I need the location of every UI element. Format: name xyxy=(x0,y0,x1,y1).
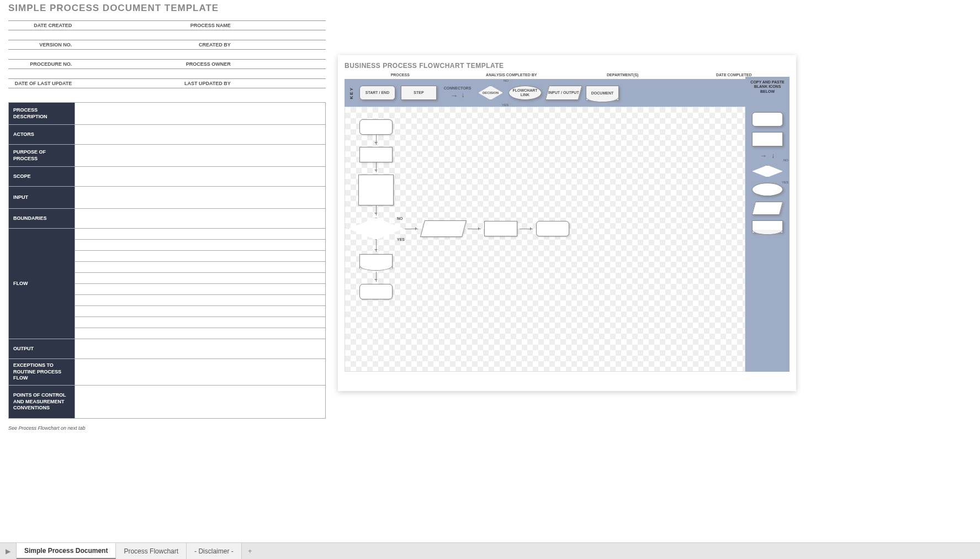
tab-process-flowchart[interactable]: Process Flowchart xyxy=(116,543,187,559)
key-document-shape: DOCUMENT xyxy=(586,86,619,100)
canvas-h-arrow-2 xyxy=(468,229,481,229)
canvas-process-large[interactable] xyxy=(358,175,394,205)
decision-no-label: NO xyxy=(504,79,508,82)
field-date-last-update[interactable] xyxy=(74,79,167,88)
label-process-name: PROCESS NAME xyxy=(167,21,233,30)
canvas-h-arrow-1 xyxy=(405,229,418,229)
field-flow-3[interactable] xyxy=(75,251,326,262)
field-boundaries[interactable] xyxy=(75,209,326,229)
tab-disclaimer[interactable]: - Disclaimer - xyxy=(187,543,242,559)
field-date-created[interactable] xyxy=(74,21,167,30)
tab-add-button[interactable]: + xyxy=(242,543,258,559)
row-actors: ACTORS xyxy=(9,125,75,145)
doc-title: SIMPLE PROCESS DOCUMENT TEMPLATE xyxy=(8,3,326,14)
doc-body-table: PROCESS DESCRIPTION ACTORS PURPOSE OF PR… xyxy=(8,102,326,419)
canvas-process-2[interactable] xyxy=(484,221,517,236)
canvas-arrow-4 xyxy=(376,240,377,252)
field-created-by[interactable] xyxy=(233,40,326,50)
row-process-description: PROCESS DESCRIPTION xyxy=(9,103,75,125)
label-created-by: CREATED BY xyxy=(167,40,233,50)
key-decision-wrap: NO DECISION YES xyxy=(478,86,503,100)
flowchart-canvas[interactable]: NO YES xyxy=(345,107,745,372)
flow-hdr-date-completed: DATE COMPLETED xyxy=(679,73,790,77)
field-flow-2[interactable] xyxy=(75,240,326,251)
palette-connectors[interactable]: → ↓ xyxy=(760,152,775,160)
field-points[interactable] xyxy=(75,386,326,419)
field-flow-6[interactable] xyxy=(75,284,326,295)
field-process-description[interactable] xyxy=(75,103,326,125)
arrow-right-icon xyxy=(451,91,458,100)
palette-ellipse[interactable] xyxy=(752,183,783,196)
label-date-last-update: DATE OF LAST UPDATE xyxy=(8,79,74,88)
field-actors[interactable] xyxy=(75,125,326,145)
flowchart-title: BUSINESS PROCESS FLOWCHART TEMPLATE xyxy=(345,62,790,70)
canvas-process-1[interactable] xyxy=(359,147,393,162)
field-purpose[interactable] xyxy=(75,145,326,167)
canvas-arrow-1 xyxy=(376,135,377,145)
flowchart-header: PROCESS ANALYSIS COMPLETED BY DEPARTMENT… xyxy=(345,73,790,77)
palette-process[interactable] xyxy=(752,132,783,146)
tab-simple-process-document[interactable]: Simple Process Document xyxy=(17,543,116,559)
canvas-document[interactable] xyxy=(359,254,393,268)
field-scope[interactable] xyxy=(75,167,326,187)
canvas-yes-label: YES xyxy=(397,238,405,241)
field-procedure-no[interactable] xyxy=(74,60,167,69)
palette-arrow-right-icon: → xyxy=(760,152,767,160)
field-exceptions[interactable] xyxy=(75,359,326,386)
flowchart-panel: BUSINESS PROCESS FLOWCHART TEMPLATE PROC… xyxy=(338,55,796,391)
canvas-parallelogram[interactable] xyxy=(420,220,467,237)
field-flow-8[interactable] xyxy=(75,306,326,317)
palette-document[interactable] xyxy=(752,220,783,233)
key-decision-shape: DECISION xyxy=(478,86,503,100)
field-version-no[interactable] xyxy=(74,40,167,50)
palette-decision-wrap[interactable]: NO YES xyxy=(752,165,783,177)
canvas-decision[interactable] xyxy=(348,218,404,240)
row-points: POINTS OF CONTROL AND MEASUREMENT CONVEN… xyxy=(9,386,75,419)
flow-hdr-process: PROCESS xyxy=(345,73,456,77)
field-flow-4[interactable] xyxy=(75,262,326,273)
canvas-terminator-3[interactable] xyxy=(536,221,569,236)
key-start-end-shape: START / END xyxy=(359,86,395,100)
field-flow-9[interactable] xyxy=(75,317,326,328)
field-output[interactable] xyxy=(75,339,326,359)
canvas-no-label: NO xyxy=(397,217,403,220)
sheet-tabs: ▶ Simple Process Document Process Flowch… xyxy=(0,542,980,559)
flow-hdr-departments: DEPARTMENT(S) xyxy=(567,73,679,77)
field-flow-1[interactable] xyxy=(75,229,326,240)
palette-arrow-down-icon: ↓ xyxy=(771,152,775,160)
key-step-shape: STEP xyxy=(401,86,437,100)
label-last-updated-by: LAST UPDATED BY xyxy=(167,79,233,88)
field-flow-5[interactable] xyxy=(75,273,326,284)
field-process-name[interactable] xyxy=(233,21,326,30)
row-flow: FLOW xyxy=(9,229,75,339)
field-flow-7[interactable] xyxy=(75,295,326,306)
palette-yes-label: YES xyxy=(782,181,788,184)
row-input: INPUT xyxy=(9,187,75,209)
simple-process-document: SIMPLE PROCESS DOCUMENT TEMPLATE DATE CR… xyxy=(8,3,326,431)
canvas-arrow-5 xyxy=(376,272,377,282)
label-version-no: VERSION NO. xyxy=(8,40,74,50)
palette-terminator[interactable] xyxy=(752,112,783,126)
canvas-arrow-2 xyxy=(376,162,377,172)
label-process-owner: PROCESS OWNER xyxy=(167,60,233,69)
key-input-output-shape: INPUT / OUTPUT xyxy=(545,86,582,100)
palette-parallelogram[interactable] xyxy=(752,202,783,215)
canvas-arrow-3 xyxy=(376,205,377,215)
field-process-owner[interactable] xyxy=(233,60,326,69)
row-purpose: PURPOSE OF PROCESS xyxy=(9,145,75,167)
field-input[interactable] xyxy=(75,187,326,209)
label-procedure-no: PROCEDURE NO. xyxy=(8,60,74,69)
field-last-updated-by[interactable] xyxy=(233,79,326,88)
doc-footnote: See Process Flowchart on next tab xyxy=(8,425,326,431)
copy-paste-header: COPY AND PASTE BLANK ICONS BELOW xyxy=(745,77,790,107)
key-connectors: CONNECTORS ↓ xyxy=(442,86,473,100)
canvas-terminator-2[interactable] xyxy=(359,284,393,299)
tab-nav-button[interactable]: ▶ xyxy=(0,543,17,559)
doc-header-table: DATE CREATED PROCESS NAME VERSION NO. CR… xyxy=(8,20,326,88)
field-flow-10[interactable] xyxy=(75,328,326,339)
row-exceptions: EXCEPTIONS TO ROUTINE PROCESS FLOW xyxy=(9,359,75,386)
key-strip: KEY START / END STEP CONNECTORS ↓ NO DEC… xyxy=(345,79,745,107)
key-label: KEY xyxy=(349,87,354,99)
row-output: OUTPUT xyxy=(9,339,75,359)
canvas-terminator-1[interactable] xyxy=(359,119,393,135)
